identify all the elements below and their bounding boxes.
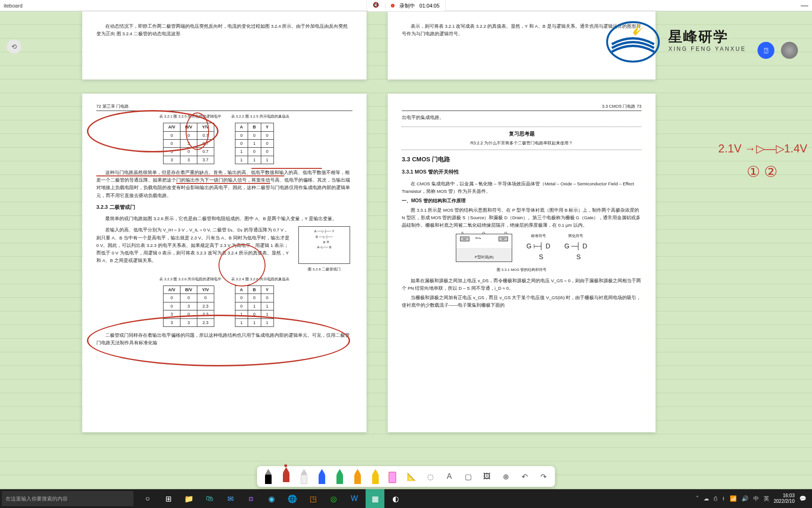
pen-white[interactable]: [299, 469, 309, 484]
tray-bluetooth-icon[interactable]: ᚼ: [722, 495, 725, 502]
page-header: 72 第三章 门电路: [96, 103, 352, 111]
record-dot-icon: [391, 4, 395, 8]
lasso-icon[interactable]: ◌: [425, 471, 436, 482]
ime-mode[interactable]: 英: [764, 495, 769, 503]
store-icon[interactable]: 🛍: [200, 489, 219, 508]
task-view-icon[interactable]: ⊞: [159, 489, 178, 508]
table-caption: 表 3.2.2 图 3.2.5 所示电路的真值表: [231, 114, 289, 120]
tray-wifi-icon[interactable]: 📶: [730, 495, 737, 502]
ruler-icon[interactable]: 📐: [406, 471, 417, 482]
taskbar-search[interactable]: 在这里输入你要搜索的内容: [2, 491, 133, 506]
whiteboard-app-icon[interactable]: ▦: [366, 489, 384, 508]
truth-table-323: A/VB/VY/V 000 032.3 302.3 332.3: [163, 286, 214, 327]
pen-black[interactable]: [264, 469, 273, 484]
recording-bar: 🔇 | 录制中 01:04:05: [367, 0, 446, 12]
taskbar-clock[interactable]: 16:03 2022/2/10: [774, 493, 795, 504]
text-icon[interactable]: A: [444, 471, 454, 482]
paragraph: 最简单的或门电路如图 3.2.6 所示，它也是由二极管和电阻组成的。图中 A、B…: [96, 215, 352, 222]
ime-lang[interactable]: 中: [753, 495, 759, 503]
redo-icon[interactable]: ↷: [538, 471, 548, 482]
paragraph: 这种与门电路虽然很简单，但是存在着严重的缺点。首先，输出的高、低电平数值和输入的…: [96, 169, 352, 199]
section-title: 3.2.3 二极管或门: [96, 203, 352, 212]
brand-logo: 星峰研学 XING FENG YANXUE: [602, 16, 746, 63]
tray-volume-icon[interactable]: 🔊: [742, 495, 749, 502]
pen-blue[interactable]: [317, 469, 327, 484]
image-icon[interactable]: 🖼: [482, 471, 492, 482]
mail-icon[interactable]: ✉: [221, 489, 240, 508]
sub-heading: 一、MOS 管的结构和工作原理: [402, 197, 641, 205]
pen-orange[interactable]: [353, 469, 362, 484]
shape-icon[interactable]: ▢: [463, 471, 473, 482]
paragraph: 若输入的高、低电平分别为 V_IH = 3 V，V_IL = 0 V, 二极管 …: [96, 226, 291, 272]
paragraph: 当栅极和源极之间加有正电压 v_GS，而且 v_GS 大于某个电压值 V_GS(…: [402, 294, 641, 309]
paragraph: 二极管或门同样存在着输出电平偏移的问题，所以这种电路结构也只用于集成电路内部的逻…: [96, 332, 352, 347]
windows-taskbar: 在这里输入你要搜索的内容 ○ ⊞ 📁 🛍 ✉ ⧈ ◉ 🌐 ◳ ◎ W ▦ ◐ ˄…: [0, 489, 812, 508]
wechat-icon[interactable]: ◎: [324, 489, 343, 508]
cortana-icon[interactable]: ○: [138, 489, 157, 508]
paragraph: 出电平的集成电路。: [402, 114, 641, 121]
minimize-button[interactable]: —: [801, 1, 808, 10]
document-page-bottom-right: 3.3 CMOS 门电路 73 出电平的集成电路。 复习思考题 R3.2.2 为…: [388, 94, 656, 432]
logo-text: 星峰研学: [668, 27, 746, 47]
review-question: R3.2.2 为什么不宜将多个二极管门电路串联起来使用？: [402, 140, 641, 146]
whiteboard-canvas[interactable]: ⟲ 星峰研学 XING FENG YANXUE ⍰ 在动态情况下，即静工作两二极…: [0, 11, 812, 489]
visual-studio-icon[interactable]: ⧈: [242, 489, 260, 508]
document-page-bottom-left: 72 第三章 门电路 表 3.2.1 图 3.2.5 所示电路的逻辑电平 A/V…: [82, 94, 367, 432]
app-orange-icon[interactable]: ◳: [304, 489, 322, 508]
logo-icon: [602, 16, 664, 63]
pen-green[interactable]: [335, 469, 344, 484]
page-header: 3.3 CMOS 门电路 73: [402, 103, 641, 111]
word-icon[interactable]: W: [345, 489, 364, 508]
mos-figure: S G D N⁺ N⁺ SiO₂ P型衬底(B) 标准符号 G ⊢┤ D S 简…: [402, 233, 641, 273]
paragraph: 图 3.3.1 所示是 MOS 管的结构示意图和符号。在 P 型半导体衬底（图中…: [402, 206, 641, 229]
edge-icon[interactable]: ◉: [262, 489, 281, 508]
paragraph: 在动态情况下，即静工作两二极管两端的电压突然反向时，电流的变化过程如图 3.2.…: [96, 23, 352, 38]
table-caption: 表 3.2.3 图 3.2.6 所示电路的逻辑电平: [159, 277, 221, 283]
table-caption: 表 3.2.4 图 3.2.6 所示电路的真值表: [231, 277, 289, 283]
pen-red[interactable]: [281, 467, 291, 482]
obs-icon[interactable]: ◐: [386, 489, 405, 508]
recording-label: 录制中: [399, 2, 415, 9]
add-icon[interactable]: ⊕: [500, 471, 511, 482]
figure-caption: 图 3.3.1 MOS 管的结构和符号: [402, 267, 641, 273]
paragraph: 在 CMOS 集成电路中，以金属 – 氧化物 – 半导体场效应晶体管（Metal…: [402, 180, 641, 195]
search-placeholder: 在这里输入你要搜索的内容: [6, 495, 68, 502]
truth-table-322: ABY 000 010 100 111: [235, 123, 274, 164]
logo-subtext: XING FENG YANXUE: [668, 46, 746, 52]
user-button[interactable]: ⍰: [757, 42, 774, 59]
figure-caption: 图 3.2.6 二极管或门: [296, 267, 352, 273]
subsection-title: 3.3.1 MOS 管的开关特性: [402, 168, 641, 176]
paragraph: 如果在漏极和源极之间加上电压 v_DS，而令栅极和源极之间的电压 V_GS = …: [402, 277, 641, 292]
truth-table-321: A/VB/VY/V 000.7 030.7 300.7 333.7: [163, 123, 214, 164]
recording-time: 01:04:05: [420, 3, 440, 8]
eraser[interactable]: [389, 469, 398, 484]
section-title: 3.3 CMOS 门电路: [402, 155, 641, 165]
handwritten-annotation: 2.1V →▷—▷1.4V ① ②: [718, 138, 807, 186]
pen-toolbar: 📐 ◌ A ▢ 🖼 ⊕ ↶ ↷: [257, 466, 555, 487]
sync-button[interactable]: ⟲: [7, 40, 21, 54]
circuit-diagram: A ──▷├── YB ──▷├── ≷ RA─▷○─ B: [298, 226, 350, 264]
tray-cloud-icon[interactable]: ☁: [703, 495, 709, 502]
user-avatar[interactable]: [781, 42, 798, 59]
speaker-mute-icon[interactable]: 🔇: [373, 2, 380, 9]
file-explorer-icon[interactable]: 📁: [180, 489, 198, 508]
undo-icon[interactable]: ↶: [519, 471, 530, 482]
window-title: iteboard: [4, 3, 23, 8]
tray-printer-icon[interactable]: ⎙: [714, 495, 717, 502]
highlighter-yellow[interactable]: [371, 469, 380, 484]
chrome-icon[interactable]: 🌐: [283, 489, 302, 508]
notifications-icon[interactable]: 💬: [799, 495, 806, 502]
truth-table-324: ABY 000 011 101 111: [235, 286, 274, 327]
review-title: 复习思考题: [402, 130, 641, 138]
tray-chevron-icon[interactable]: ˄: [696, 495, 699, 502]
document-page-top-left: 在动态情况下，即静工作两二极管两端的电压突然反向时，电流的变化过程如图 3.2.…: [82, 11, 367, 79]
table-caption: 表 3.2.1 图 3.2.5 所示电路的逻辑电平: [159, 114, 221, 120]
